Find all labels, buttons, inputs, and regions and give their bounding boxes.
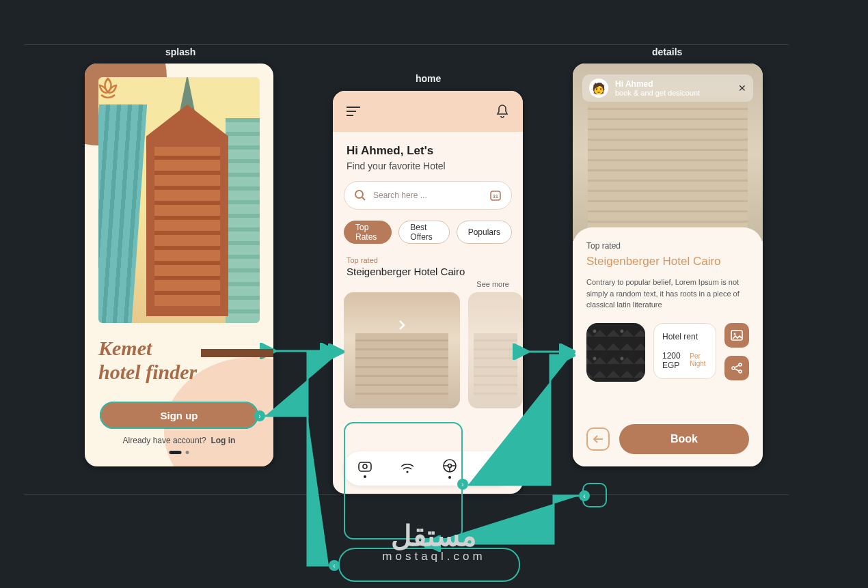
svg-point-5 (406, 471, 408, 473)
mostaql-logo: مستقل mostaql.com (382, 519, 485, 563)
filter-chips: Top Rates Best Offers Populars (333, 210, 523, 251)
nav-wifi[interactable] (400, 462, 415, 475)
hotel-card[interactable] (468, 292, 523, 408)
avatar: 🧑 (589, 79, 608, 98)
lotus-logo-icon (94, 73, 122, 100)
toast-sub: book & and get desicount (615, 89, 700, 97)
label-splash: splash (165, 46, 195, 57)
screen-splash: Kemet hotel finder Sign up Already have … (85, 64, 273, 466)
splash-illustration (98, 77, 260, 323)
share-icon (731, 362, 743, 374)
details-sheet: Top rated Steigenberger Hotel Cairo Cont… (573, 227, 763, 466)
svg-rect-3 (359, 462, 371, 471)
section-label: Top rated (333, 251, 523, 266)
menu-icon[interactable] (347, 107, 360, 116)
home-topbar (333, 91, 523, 132)
nav-camera[interactable] (357, 459, 372, 478)
image-icon (731, 330, 743, 341)
login-link[interactable]: Log in (211, 436, 235, 445)
rent-label: Hotel rent (662, 332, 707, 341)
price-value: 1200 EGP (662, 351, 686, 370)
svg-point-0 (355, 191, 363, 198)
nav-profile[interactable] (485, 458, 498, 479)
steering-icon (442, 458, 457, 473)
svg-point-8 (489, 460, 494, 465)
svg-point-13 (739, 370, 742, 373)
search-placeholder: Search here ... (373, 191, 427, 200)
gallery-button[interactable] (724, 323, 749, 348)
label-home: home (416, 73, 441, 84)
back-button[interactable] (586, 428, 610, 451)
user-icon (485, 458, 498, 473)
book-button[interactable]: Book (619, 424, 749, 454)
chip-best-offers[interactable]: Best Offers (398, 221, 449, 244)
screen-home: Hi Ahmed, Let's Find your favorite Hotel… (333, 91, 523, 494)
wifi-icon (400, 462, 415, 475)
section-label: Top rated (586, 241, 749, 251)
bottom-nav (344, 451, 512, 486)
toast-greeting: Hi Ahmed (615, 79, 700, 89)
divider-top (24, 44, 789, 45)
price-per: Per Night (690, 352, 707, 367)
close-icon[interactable]: ✕ (738, 83, 746, 94)
svg-point-10 (734, 333, 736, 335)
greeting-text: Hi Ahmed, Let's (333, 132, 523, 160)
rent-box: Hotel rent 1200 EGP Per Night (653, 323, 716, 379)
already-have-account: Already have account? Log in (85, 436, 273, 445)
nav-steering[interactable] (442, 458, 457, 479)
signup-button[interactable]: Sign up (100, 402, 258, 429)
svg-text:31: 31 (493, 194, 498, 199)
subtitle-text: Find your favorite Hotel (333, 160, 523, 181)
arrow-left-icon (593, 434, 603, 444)
calendar-icon[interactable]: 31 (489, 189, 502, 201)
brand-title: Kemet hotel finder (98, 337, 197, 384)
hotel-name: Steigenberger Hotel Cairo (333, 266, 523, 277)
svg-point-11 (739, 363, 742, 366)
search-icon (354, 189, 366, 201)
page-indicator (169, 451, 189, 454)
map-thumbnail[interactable] (586, 323, 645, 382)
see-more-link[interactable]: See more (333, 277, 523, 292)
svg-point-12 (732, 367, 735, 369)
hotel-name: Steigenberger Hotel Cairo (586, 255, 749, 268)
chip-populars[interactable]: Populars (457, 221, 512, 244)
label-details: details (652, 46, 682, 57)
brand-underline (201, 349, 273, 357)
hotel-description: Contrary to popular belief, Lorem Ipsum … (586, 277, 749, 311)
svg-point-4 (363, 464, 367, 468)
chevron-right-icon (396, 320, 407, 331)
camera-icon (357, 459, 372, 473)
share-button[interactable] (724, 356, 749, 380)
screen-details: 🧑 Hi Ahmed book & and get desicount ✕ To… (573, 64, 763, 466)
greeting-toast: 🧑 Hi Ahmed book & and get desicount ✕ (582, 74, 753, 102)
bell-icon[interactable] (496, 104, 509, 119)
hotel-card[interactable] (344, 292, 460, 408)
svg-point-7 (448, 464, 452, 468)
divider-bottom (24, 494, 789, 495)
search-input[interactable]: Search here ... 31 (344, 181, 512, 210)
chip-top-rates[interactable]: Top Rates (344, 221, 392, 244)
